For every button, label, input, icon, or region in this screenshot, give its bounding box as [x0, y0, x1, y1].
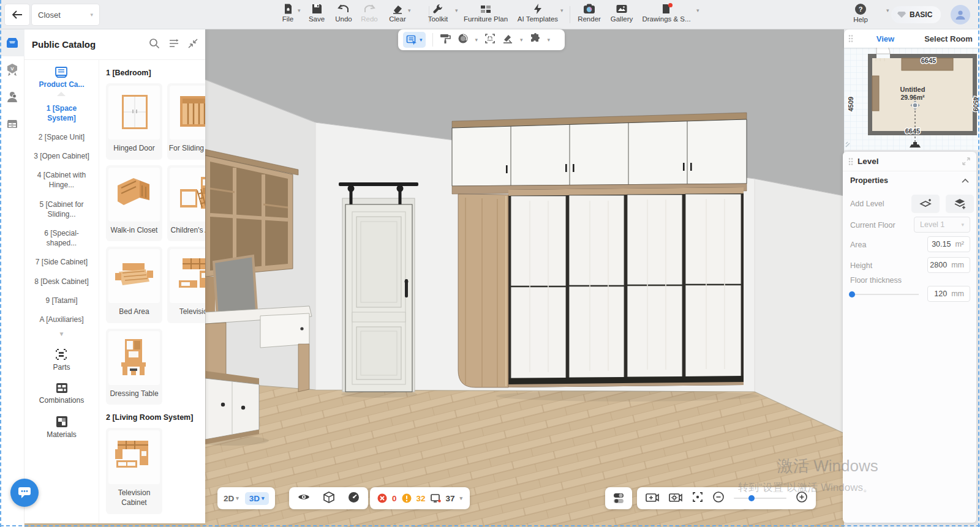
product-television[interactable]: Television: [167, 247, 205, 323]
select-tool-caret[interactable]: ▾: [420, 37, 423, 43]
category-auxiliaries[interactable]: A [Auxiliaries]: [34, 315, 90, 324]
collapse-panel-icon[interactable]: [188, 39, 198, 51]
toolkit-button[interactable]: Toolkit: [421, 3, 455, 23]
sliding-barn-door[interactable]: [339, 182, 418, 392]
mode-2d-button[interactable]: 2D▾: [224, 494, 239, 503]
search-icon[interactable]: [149, 38, 160, 51]
product-childrens-area[interactable]: Children's Area: [167, 165, 205, 242]
rail-storage-button[interactable]: [0, 110, 24, 137]
parts-button[interactable]: Parts: [53, 348, 70, 372]
paint-roller-tool[interactable]: [440, 33, 451, 47]
zoom-slider[interactable]: [734, 498, 786, 499]
category-open-cabinet[interactable]: 3 [Open Cabinet]: [34, 151, 90, 161]
drawings-caret[interactable]: ▾: [696, 7, 699, 13]
category-space-system[interactable]: 1 [Space System]: [34, 103, 90, 123]
category-side-cabinet[interactable]: 7 [Side Cabinet]: [34, 257, 90, 267]
plugins-tool-caret[interactable]: ▾: [548, 37, 551, 43]
toolkit-caret[interactable]: ▾: [455, 7, 458, 13]
expand-panel-icon[interactable]: [962, 157, 970, 165]
material-tool[interactable]: [458, 33, 469, 47]
marquee-select-tool[interactable]: [484, 33, 496, 47]
combinations-button[interactable]: Combinations: [39, 383, 84, 405]
3d-viewport[interactable]: [205, 29, 844, 527]
toggle-settings-button[interactable]: [605, 487, 632, 509]
camera-add-button[interactable]: [646, 492, 659, 505]
add-level-below-button[interactable]: [946, 195, 974, 213]
floor-thickness-slider[interactable]: [850, 294, 919, 295]
product-walk-in-closet[interactable]: Walk-in Closet: [106, 165, 162, 242]
mode-3d-button[interactable]: 3D▾: [245, 492, 269, 505]
floor-thickness-input[interactable]: 120mm: [927, 286, 970, 302]
gallery-button[interactable]: Gallery: [605, 3, 639, 23]
category-space-unit[interactable]: 2 [Space Unit]: [34, 132, 90, 142]
category-cabinet-hinged[interactable]: 4 [Cabinet with Hinge...: [34, 170, 90, 190]
plan-badge[interactable]: BASIC: [891, 6, 941, 23]
dim-right: 4509: [972, 97, 979, 111]
product-thumbnail: [108, 168, 160, 222]
current-floor-select[interactable]: Level 1▾: [914, 217, 970, 233]
filter-icon[interactable]: [168, 39, 179, 51]
drawings-button[interactable]: Drawings & S...: [637, 3, 696, 23]
measure-tool[interactable]: [502, 33, 513, 47]
clear-caret[interactable]: ▾: [408, 7, 411, 13]
camera-settings-button[interactable]: [669, 492, 682, 505]
rail-vip-button[interactable]: V: [0, 56, 24, 83]
3d-cube-button[interactable]: [323, 491, 334, 506]
ai-templates-button[interactable]: AI Templates: [512, 3, 564, 23]
project-selector[interactable]: Closet▾: [32, 4, 99, 25]
product-bed-area[interactable]: Bed Area: [106, 247, 162, 323]
floor-plan-map[interactable]: 6645 6645 4509 4509 Untitled 29.96m²: [844, 48, 980, 150]
category-tatami[interactable]: 9 [Tatami]: [34, 296, 90, 305]
wardrobe[interactable]: [452, 113, 747, 387]
add-level-above-button[interactable]: [911, 195, 940, 213]
v-badge-icon: V: [6, 64, 18, 77]
right-wall: [755, 179, 844, 433]
rail-catalog-button[interactable]: [0, 29, 24, 56]
area-input[interactable]: 30.15m²: [927, 236, 970, 252]
floor-thickness-thumb[interactable]: [849, 291, 855, 297]
drag-handle[interactable]: [848, 34, 854, 43]
tab-view[interactable]: View: [854, 34, 917, 43]
performance-button[interactable]: [348, 491, 360, 506]
public-catalog-panel: Public Catalog Product Ca... 1 [Space Sy…: [24, 29, 205, 523]
diagnostics[interactable]: 0 32 37 ▾: [370, 487, 470, 509]
product-dressing-table[interactable]: Dressing Table: [106, 329, 162, 405]
chat-button[interactable]: [10, 479, 39, 507]
categories-more-caret[interactable]: ▼: [59, 331, 65, 337]
zoom-in-button[interactable]: [796, 491, 807, 505]
diamond-icon: [897, 11, 906, 18]
tab-product-catalog[interactable]: Product Ca...: [39, 66, 84, 96]
help-button[interactable]: ?Help: [843, 3, 878, 23]
measure-tool-caret[interactable]: ▾: [520, 37, 523, 43]
zoom-slider-thumb[interactable]: [748, 495, 755, 501]
plugins-tool[interactable]: [530, 33, 541, 47]
render-button[interactable]: Render: [572, 3, 606, 23]
material-tool-caret[interactable]: ▾: [475, 37, 478, 43]
select-furniture-tool[interactable]: ▾: [403, 32, 426, 48]
category-desk-cabinet[interactable]: 8 [Desk Cabinet]: [34, 277, 90, 286]
tab-select-room[interactable]: Select Room: [917, 34, 980, 43]
product-thumbnail: [108, 430, 160, 484]
product-hinged-door[interactable]: Hinged Door: [106, 83, 162, 160]
product-television-cabinet[interactable]: Television Cabinet: [106, 428, 162, 514]
drag-handle[interactable]: [848, 157, 854, 166]
help-caret[interactable]: ▾: [886, 7, 889, 13]
rail-account-button[interactable]: [0, 83, 24, 110]
furniture-plan-button[interactable]: Furniture Plan: [458, 3, 513, 23]
zoom-out-button[interactable]: [713, 491, 724, 505]
door-opening: [876, 54, 890, 58]
ai-templates-caret[interactable]: ▾: [560, 7, 564, 13]
focus-center-button[interactable]: [692, 491, 703, 505]
materials-button[interactable]: Materials: [47, 416, 77, 439]
tv-cabinet[interactable]: [205, 371, 259, 444]
category-cabinet-sliding[interactable]: 5 [Cabinet for Sliding...: [34, 200, 90, 219]
chevron-up-icon[interactable]: [962, 178, 969, 183]
diagnostics-caret[interactable]: ▾: [460, 495, 463, 501]
category-special-shaped[interactable]: 6 [Special-shaped...: [34, 228, 90, 248]
avatar[interactable]: [951, 5, 970, 24]
back-button[interactable]: [5, 4, 29, 25]
visibility-button[interactable]: [298, 492, 310, 504]
height-input[interactable]: 2800mm: [927, 257, 970, 273]
product-for-sliding-door[interactable]: For Sliding Door: [167, 83, 205, 160]
svg-text:V: V: [10, 66, 14, 72]
